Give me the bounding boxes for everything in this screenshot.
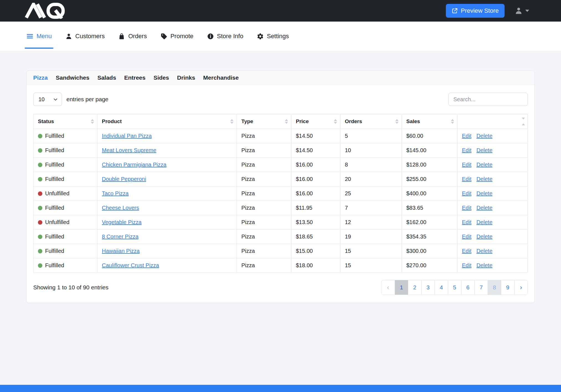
column-header-actions[interactable] <box>457 114 528 129</box>
delete-link[interactable]: Delete <box>476 219 492 225</box>
sales-cell: $60.00 <box>402 129 457 143</box>
status-cell: Fulfilled <box>38 262 93 269</box>
nav-item-label: Customers <box>75 33 105 40</box>
page-next-button[interactable]: › <box>514 280 528 295</box>
delete-link[interactable]: Delete <box>476 190 492 197</box>
product-link[interactable]: Taco Pizza <box>102 190 129 196</box>
nav-item-promote[interactable]: Promote <box>161 22 193 51</box>
edit-link[interactable]: Edit <box>462 233 471 240</box>
sales-cell: $83.65 <box>402 201 457 215</box>
status-dot-icon <box>38 263 42 268</box>
edit-link[interactable]: Edit <box>462 190 471 197</box>
orders-cell: 25 <box>340 186 402 201</box>
tab-drinks[interactable]: Drinks <box>177 74 195 81</box>
app-logo[interactable] <box>24 3 68 19</box>
type-cell: Pizza <box>237 172 291 186</box>
nav-item-customers[interactable]: Customers <box>65 22 105 51</box>
product-link[interactable]: 8 Corner Pizza <box>102 233 138 240</box>
product-link[interactable]: Chicken Parmigiana Pizza <box>102 162 166 168</box>
type-cell: Pizza <box>237 129 291 143</box>
tab-sides[interactable]: Sides <box>154 74 169 81</box>
pagination: ‹123456789› <box>381 280 528 295</box>
status-cell: Fulfilled <box>38 162 93 168</box>
delete-link[interactable]: Delete <box>476 147 492 154</box>
gear-icon <box>257 33 264 40</box>
column-label: Product <box>102 118 122 124</box>
page-button-7[interactable]: 7 <box>474 280 488 295</box>
user-menu[interactable] <box>515 7 529 15</box>
column-header-type[interactable]: Type <box>237 114 291 129</box>
entries-per-page-select[interactable]: 10 <box>33 93 62 106</box>
row-actions: EditDelete <box>462 233 523 240</box>
product-link[interactable]: Hawaiian Pizza <box>102 248 140 254</box>
page-button-5[interactable]: 5 <box>448 280 461 295</box>
status-label: Fulfilled <box>45 147 64 154</box>
price-cell: $16.00 <box>291 186 340 201</box>
product-link[interactable]: Double Pepperoni <box>102 176 146 182</box>
column-header-product[interactable]: Product <box>97 114 237 129</box>
product-link[interactable]: Meat Lovers Supreme <box>102 147 156 153</box>
edit-link[interactable]: Edit <box>462 262 471 269</box>
tab-sandwiches[interactable]: Sandwiches <box>56 74 89 81</box>
preview-store-button[interactable]: Preview Store <box>446 4 505 18</box>
search-input[interactable] <box>448 93 528 106</box>
column-header-status[interactable]: Status <box>33 114 97 129</box>
edit-link[interactable]: Edit <box>462 219 471 225</box>
bag-icon <box>118 33 125 40</box>
edit-link[interactable]: Edit <box>462 205 471 211</box>
orders-cell: 15 <box>340 258 402 273</box>
orders-cell: 19 <box>340 230 402 244</box>
edit-link[interactable]: Edit <box>462 248 471 254</box>
product-link[interactable]: Cauliflower Crust Pizza <box>102 262 159 268</box>
delete-link[interactable]: Delete <box>476 262 492 269</box>
nav-item-menu[interactable]: Menu <box>26 22 52 51</box>
tab-merchandise[interactable]: Merchandise <box>203 74 239 81</box>
page-button-3[interactable]: 3 <box>421 280 435 295</box>
page-button-1[interactable]: 1 <box>395 280 408 295</box>
page-button-4[interactable]: 4 <box>435 280 448 295</box>
sort-arrows-icon <box>230 119 234 124</box>
status-cell: Fulfilled <box>38 205 93 211</box>
edit-link[interactable]: Edit <box>462 162 471 168</box>
price-cell: $16.00 <box>291 158 340 172</box>
type-cell: Pizza <box>237 143 291 158</box>
page-button-2[interactable]: 2 <box>408 280 421 295</box>
table-row: FulfilledMeat Lovers SupremePizza$14.501… <box>33 143 528 158</box>
column-header-price[interactable]: Price <box>291 114 340 129</box>
edit-link[interactable]: Edit <box>462 176 471 182</box>
product-link[interactable]: Vegetable Pizza <box>102 219 141 225</box>
table-row: FulfilledIndividual Pan PizzaPizza$14.50… <box>33 129 528 143</box>
table-row: UnfulfilledTaco PizzaPizza$16.0025$400.0… <box>33 186 528 201</box>
status-cell: Fulfilled <box>38 133 93 139</box>
nav-item-store-info[interactable]: Store Info <box>207 22 243 51</box>
tab-pizza[interactable]: Pizza <box>33 74 48 81</box>
column-header-sales[interactable]: Sales <box>402 114 457 129</box>
orders-cell: 5 <box>340 129 402 143</box>
delete-link[interactable]: Delete <box>476 205 492 211</box>
products-table: StatusProductTypePriceOrdersSales Fulfil… <box>33 114 528 273</box>
delete-link[interactable]: Delete <box>476 233 492 240</box>
page-button-8[interactable]: 8 <box>488 280 501 295</box>
sort-arrows-icon <box>334 119 337 124</box>
delete-link[interactable]: Delete <box>476 133 492 139</box>
page-button-9[interactable]: 9 <box>501 280 514 295</box>
delete-link[interactable]: Delete <box>476 248 492 254</box>
edit-link[interactable]: Edit <box>462 133 471 139</box>
product-link[interactable]: Individual Pan Pizza <box>102 133 152 139</box>
column-header-orders[interactable]: Orders <box>340 114 402 129</box>
page-button-6[interactable]: 6 <box>461 280 474 295</box>
status-dot-icon <box>38 249 42 253</box>
product-link[interactable]: Cheese Lovers <box>102 205 139 211</box>
edit-link[interactable]: Edit <box>462 147 471 154</box>
price-cell: $15.00 <box>291 244 340 258</box>
nav-item-settings[interactable]: Settings <box>257 22 289 51</box>
table-row: FulfilledCheese LoversPizza$11.957$83.65… <box>33 201 528 215</box>
status-dot-icon <box>38 191 42 196</box>
hamburger-icon <box>26 33 33 40</box>
delete-link[interactable]: Delete <box>476 162 492 168</box>
page-prev-button[interactable]: ‹ <box>381 280 395 295</box>
delete-link[interactable]: Delete <box>476 176 492 182</box>
tab-salads[interactable]: Salads <box>97 74 116 81</box>
tab-entrees[interactable]: Entrees <box>124 74 146 81</box>
nav-item-orders[interactable]: Orders <box>118 22 147 51</box>
